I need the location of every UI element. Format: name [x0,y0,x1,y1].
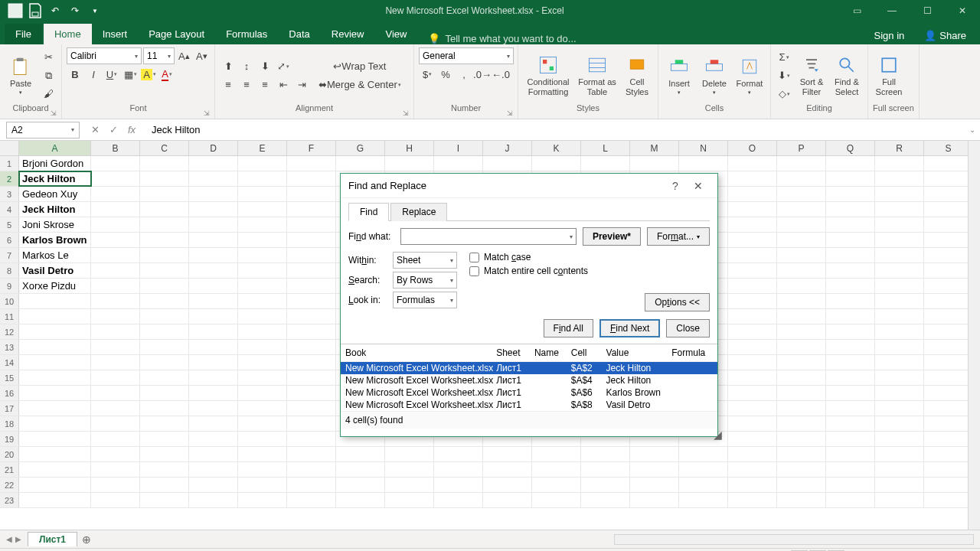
cell[interactable] [91,156,140,171]
cut-icon[interactable]: ✂ [40,49,57,66]
row-header[interactable]: 14 [0,355,19,370]
cell[interactable] [140,187,189,201]
cell[interactable] [19,355,91,370]
cell[interactable] [434,156,483,171]
row-header[interactable]: 21 [0,462,19,477]
add-sheet-icon[interactable]: ⊕ [77,533,96,546]
row-header[interactable]: 15 [0,370,19,385]
cell[interactable] [581,447,630,461]
cell[interactable] [728,171,777,186]
cell[interactable] [287,370,336,385]
cell[interactable] [826,202,875,217]
cell[interactable] [483,478,532,492]
tab-review[interactable]: Review [321,24,375,44]
cell[interactable] [434,493,483,507]
cell[interactable] [728,416,777,431]
font-size-combo[interactable]: 11▾ [143,47,175,64]
cell[interactable] [238,156,287,171]
cell[interactable] [875,294,924,308]
merge-center-button[interactable]: ⬌ Merge & Center [313,77,407,93]
cell[interactable] [189,171,238,186]
cell[interactable] [19,447,91,461]
cell[interactable] [91,493,140,507]
cell[interactable]: Xorxe Pizdu [19,279,91,293]
fill-icon[interactable]: ⬇ [776,67,792,84]
cell[interactable] [189,416,238,431]
cell[interactable] [679,462,728,477]
cell[interactable] [924,493,973,507]
row-header[interactable]: 20 [0,447,19,461]
cell[interactable] [924,355,973,370]
column-header[interactable]: G [336,141,385,155]
align-middle-icon[interactable]: ↕ [238,58,255,75]
cell[interactable] [238,279,287,293]
cell[interactable] [924,202,973,217]
cell[interactable] [630,493,679,507]
cell[interactable] [189,401,238,416]
cell[interactable] [140,370,189,385]
column-header[interactable]: P [777,141,826,155]
cell[interactable] [140,248,189,262]
cell[interactable] [532,493,581,507]
save-icon[interactable] [26,2,44,20]
align-top-icon[interactable]: ⬆ [220,58,237,75]
cell[interactable] [826,309,875,324]
cell[interactable] [336,478,385,492]
cell[interactable] [189,355,238,370]
redo-icon[interactable]: ↷ [66,2,84,20]
cell[interactable] [728,462,777,477]
cell[interactable] [679,156,728,171]
cell[interactable] [19,386,91,400]
cell[interactable] [19,340,91,354]
cell[interactable] [287,355,336,370]
clear-icon[interactable]: ◇ [776,86,792,103]
cell[interactable] [728,401,777,416]
column-header[interactable]: I [434,141,483,155]
cell[interactable] [19,478,91,492]
cell[interactable] [91,447,140,461]
cell[interactable]: Vasil Detro [19,263,91,278]
cell[interactable] [826,416,875,431]
column-header[interactable]: F [287,141,336,155]
cell[interactable] [238,340,287,354]
cell[interactable] [91,340,140,354]
cell[interactable] [91,355,140,370]
format-cells-button[interactable]: Format▾ [733,51,766,101]
cell[interactable] [238,187,287,201]
cell[interactable] [679,478,728,492]
cell[interactable] [728,263,777,278]
cell[interactable] [140,217,189,232]
cell[interactable] [91,263,140,278]
cell[interactable] [826,187,875,201]
comma-format-icon[interactable]: , [456,66,472,83]
cell[interactable] [826,462,875,477]
sort-filter-button[interactable]: Sort & Filter [795,51,828,101]
cell[interactable] [91,202,140,217]
cell[interactable] [336,462,385,477]
orientation-icon[interactable]: ⤢ [275,58,292,75]
resize-grip-icon[interactable]: ◢ [714,429,722,441]
cell[interactable] [581,493,630,507]
cell[interactable] [287,263,336,278]
cell[interactable] [238,462,287,477]
launcher-icon[interactable]: ⇲ [507,109,513,117]
cell[interactable] [728,233,777,247]
copy-icon[interactable]: ⧉ [40,67,57,84]
cell[interactable] [924,432,973,446]
row-header[interactable]: 6 [0,233,19,247]
cell[interactable] [434,478,483,492]
cell[interactable] [777,263,826,278]
cell[interactable] [826,493,875,507]
cell[interactable] [385,462,434,477]
cancel-formula-icon[interactable]: ✕ [87,124,103,135]
cell[interactable] [385,447,434,461]
cell[interactable] [189,462,238,477]
format-painter-icon[interactable]: 🖌 [40,86,57,103]
cell[interactable] [336,447,385,461]
cell[interactable] [140,202,189,217]
cell[interactable] [287,217,336,232]
font-name-combo[interactable]: Calibri▾ [67,47,142,64]
cell[interactable] [924,462,973,477]
cell[interactable] [728,279,777,293]
cell[interactable] [140,279,189,293]
